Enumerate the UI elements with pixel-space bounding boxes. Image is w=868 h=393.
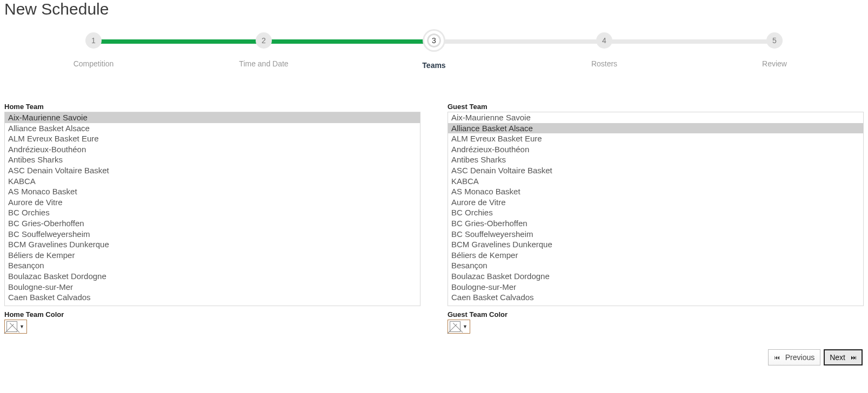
list-item[interactable]: BC Orchies: [5, 207, 420, 218]
list-item[interactable]: BC Souffelweyersheim: [5, 229, 420, 240]
stepper-label: Time and Date: [215, 59, 312, 68]
list-item[interactable]: Boulazac Basket Dordogne: [448, 271, 863, 282]
next-button[interactable]: Next ⏭: [824, 349, 863, 365]
stepper-step[interactable]: 5Review: [726, 32, 823, 68]
stepper-step[interactable]: 4Rosters: [556, 32, 653, 68]
list-item[interactable]: BC Souffelweyersheim: [448, 229, 863, 240]
stepper-step[interactable]: 3Teams: [385, 32, 483, 70]
list-item[interactable]: Alliance Basket Alsace: [448, 123, 863, 134]
list-item[interactable]: BCM Gravelines Dunkerque: [448, 239, 863, 250]
list-item[interactable]: Antibes Sharks: [5, 154, 420, 165]
list-item[interactable]: Aurore de Vitre: [448, 197, 863, 208]
list-item[interactable]: BCM Gravelines Dunkerque: [5, 239, 420, 250]
list-item[interactable]: Caen Basket Calvados: [5, 292, 420, 303]
stepper-circle: 1: [85, 32, 102, 49]
previous-button[interactable]: ⏮ Previous: [768, 349, 820, 365]
list-item[interactable]: ASC Denain Voltaire Basket: [5, 165, 420, 176]
list-item[interactable]: BC Gries-Oberhoffen: [448, 218, 863, 229]
stepper-label: Rosters: [556, 59, 653, 68]
guest-team-label: Guest Team: [448, 103, 864, 111]
list-item[interactable]: Aix-Maurienne Savoie: [5, 112, 420, 123]
stepper-circle: 3: [424, 31, 444, 50]
guest-team-listbox[interactable]: Aix-Maurienne SavoieAlliance Basket Alsa…: [448, 112, 863, 306]
list-item[interactable]: AS Monaco Basket: [5, 186, 420, 197]
wizard-footer: ⏮ Previous Next ⏭: [4, 349, 863, 365]
list-item[interactable]: Béliers de Kemper: [448, 250, 863, 261]
home-team-listbox-wrap: Aix-Maurienne SavoieAlliance Basket Alsa…: [4, 112, 420, 306]
chevron-down-icon: ▼: [19, 324, 24, 329]
list-item[interactable]: Béliers de Kemper: [5, 250, 420, 261]
list-item[interactable]: Caen Basket Calvados: [448, 292, 863, 303]
stepper-step[interactable]: 2Time and Date: [215, 32, 312, 68]
chevron-down-icon: ▼: [463, 324, 468, 329]
guest-team-column: Guest Team Aix-Maurienne SavoieAlliance …: [448, 103, 864, 334]
list-item[interactable]: ASC Denain Voltaire Basket: [448, 165, 863, 176]
list-item[interactable]: Alliance Basket Alsace: [5, 123, 420, 134]
previous-button-label: Previous: [785, 353, 814, 362]
list-item[interactable]: KABCA: [448, 176, 863, 187]
stepper-step[interactable]: 1Competition: [45, 32, 142, 68]
list-item[interactable]: Andrézieux-Bouthéon: [5, 144, 420, 155]
list-item[interactable]: Boulazac Basket Dordogne: [5, 271, 420, 282]
list-item[interactable]: Boulogne-sur-Mer: [448, 282, 863, 293]
list-item[interactable]: Antibes Sharks: [448, 154, 863, 165]
skip-forward-icon: ⏭: [851, 354, 857, 361]
home-team-label: Home Team: [4, 103, 420, 111]
page-title: New Schedule: [4, 0, 864, 18]
list-item[interactable]: AS Monaco Basket: [448, 186, 863, 197]
list-item[interactable]: KABCA: [5, 176, 420, 187]
list-item[interactable]: Aix-Maurienne Savoie: [448, 112, 863, 123]
empty-color-swatch-icon: [450, 321, 460, 332]
stepper-label: Competition: [45, 59, 142, 68]
skip-back-icon: ⏮: [774, 354, 780, 361]
list-item[interactable]: ALM Evreux Basket Eure: [448, 133, 863, 144]
next-button-label: Next: [830, 353, 845, 362]
home-team-column: Home Team Aix-Maurienne SavoieAlliance B…: [4, 103, 420, 334]
stepper-circle: 5: [766, 32, 783, 49]
list-item[interactable]: BC Gries-Oberhoffen: [5, 218, 420, 229]
empty-color-swatch-icon: [6, 321, 17, 332]
guest-team-listbox-wrap: Aix-Maurienne SavoieAlliance Basket Alsa…: [448, 112, 864, 306]
list-item[interactable]: BC Orchies: [448, 207, 863, 218]
list-item[interactable]: Besançon: [5, 260, 420, 271]
stepper-label: Teams: [385, 61, 483, 70]
list-item[interactable]: ALM Evreux Basket Eure: [5, 133, 420, 144]
home-team-color-label: Home Team Color: [4, 310, 420, 319]
list-item[interactable]: Aurore de Vitre: [5, 197, 420, 208]
teams-columns: Home Team Aix-Maurienne SavoieAlliance B…: [4, 103, 864, 334]
list-item[interactable]: Besançon: [448, 260, 863, 271]
wizard-stepper: 1Competition2Time and Date3Teams4Rosters…: [94, 32, 774, 81]
stepper-circle: 4: [596, 32, 612, 49]
list-item[interactable]: Andrézieux-Bouthéon: [448, 144, 863, 155]
home-team-color-picker[interactable]: ▼: [4, 320, 27, 334]
stepper-circle: 2: [256, 32, 272, 49]
guest-team-color-label: Guest Team Color: [448, 310, 864, 319]
guest-team-color-picker[interactable]: ▼: [448, 320, 470, 334]
stepper-label: Review: [726, 59, 823, 68]
list-item[interactable]: Boulogne-sur-Mer: [5, 282, 420, 293]
home-team-listbox[interactable]: Aix-Maurienne SavoieAlliance Basket Alsa…: [5, 112, 420, 306]
